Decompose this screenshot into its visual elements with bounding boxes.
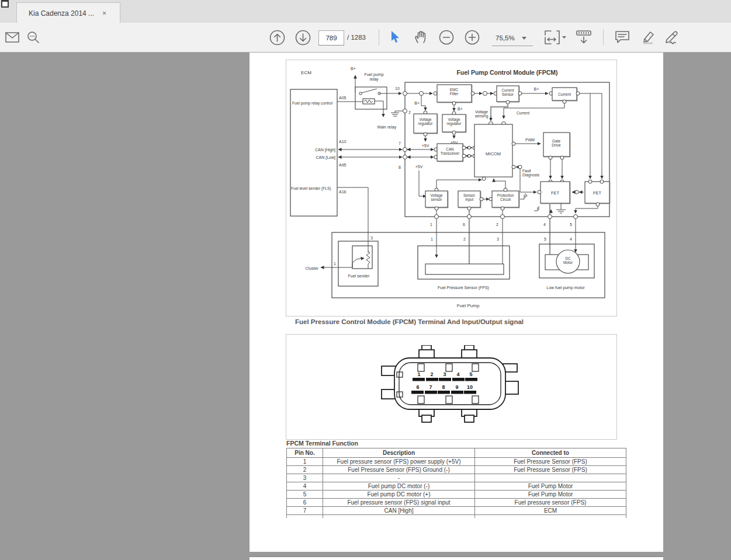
next-pdf-page bbox=[250, 556, 663, 560]
svg-text:2: 2 bbox=[496, 222, 498, 227]
zoom-level-dropdown[interactable]: 75,5% bbox=[492, 30, 533, 46]
col-pin-no: Pin No. bbox=[287, 448, 323, 458]
svg-text:Voltageregulator: Voltageregulator bbox=[447, 117, 462, 126]
diagram-title: Fuel Pump Control Module (FPCM) bbox=[456, 69, 557, 76]
svg-text:4: 4 bbox=[543, 222, 546, 227]
tab-close-icon[interactable]: × bbox=[102, 10, 106, 17]
svg-text:+5V: +5V bbox=[415, 165, 423, 169]
hand-tool-icon[interactable] bbox=[413, 23, 430, 52]
col-connected-to: Connected to bbox=[475, 448, 626, 458]
svg-text:A95: A95 bbox=[339, 163, 347, 167]
micom-block: MICOM bbox=[474, 124, 512, 177]
table-header-row: Pin No. Description Connected to bbox=[287, 448, 626, 458]
fit-width-icon[interactable] bbox=[543, 23, 567, 52]
emc-filter-block: EMCFilter bbox=[437, 85, 472, 102]
svg-text:7: 7 bbox=[399, 141, 401, 145]
svg-text:MICOM: MICOM bbox=[486, 151, 501, 156]
svg-text:+5V: +5V bbox=[422, 144, 429, 148]
svg-text:Cluster: Cluster bbox=[306, 266, 319, 270]
comment-icon[interactable] bbox=[614, 23, 631, 52]
svg-text:9: 9 bbox=[455, 384, 458, 390]
col-description: Description bbox=[323, 448, 475, 458]
toolbar: 789 / 1283 75,5% bbox=[0, 23, 731, 53]
fuel-pump-motor-block: DCMotor Low fuel pump motor bbox=[539, 244, 594, 290]
svg-text:2: 2 bbox=[430, 371, 433, 377]
svg-text:PWM: PWM bbox=[525, 138, 535, 142]
document-viewport[interactable]: Fuel Pump Control Module (FPCM) ECM Fuel… bbox=[0, 53, 731, 560]
window-icon bbox=[1, 0, 9, 8]
fps-block: Fuel Pressure Sensor (FPS) bbox=[418, 246, 510, 290]
table-row: 6Fuel pressure sensor (FPS) signal input… bbox=[287, 499, 626, 507]
fpcm-connector-figure: 1 2 3 4 5 6 7 8 9 10 bbox=[286, 334, 617, 440]
pdf-page: Fuel Pump Control Module (FPCM) ECM Fuel… bbox=[250, 53, 663, 552]
svg-text:ECM: ECM bbox=[301, 70, 311, 75]
sensing-lines: Voltagesensing Current bbox=[475, 100, 566, 126]
table-title: FPCM Terminal Function bbox=[286, 440, 358, 447]
svg-text:6: 6 bbox=[463, 222, 465, 227]
svg-text:Voltagesensor: Voltagesensor bbox=[430, 193, 443, 201]
fill-sign-icon[interactable] bbox=[663, 23, 683, 52]
table-row: 7CAN [High]ECM bbox=[287, 507, 626, 515]
voltage-regulator-1: Voltageregulator +5V bbox=[414, 111, 437, 148]
svg-text:Voltagesensing: Voltagesensing bbox=[475, 110, 489, 119]
email-icon[interactable] bbox=[5, 23, 20, 52]
svg-text:FET: FET bbox=[593, 190, 602, 196]
svg-text:1: 1 bbox=[430, 222, 432, 227]
page-down-icon[interactable] bbox=[295, 23, 311, 52]
fuel-pump-relay: B+ Fuel pumprelay Main relay bbox=[337, 67, 401, 130]
svg-text:3: 3 bbox=[497, 237, 499, 241]
svg-text:Current: Current bbox=[517, 111, 529, 115]
svg-text:6: 6 bbox=[416, 384, 419, 390]
svg-text:Fuel level sender (FLS): Fuel level sender (FLS) bbox=[291, 186, 331, 191]
svg-text:Voltageregulator: Voltageregulator bbox=[418, 117, 433, 126]
connector-body bbox=[394, 358, 505, 409]
page-number-input[interactable]: 789 bbox=[318, 30, 344, 46]
continuous-scroll-icon[interactable] bbox=[575, 23, 593, 52]
svg-text:Low fuel pump motor: Low fuel pump motor bbox=[546, 286, 585, 290]
svg-text:GateDrive: GateDrive bbox=[552, 139, 561, 147]
table-row: 2Fuel Pressure Sensor (FPS) Ground (-)Fu… bbox=[287, 466, 626, 474]
svg-text:Main relay: Main relay bbox=[377, 125, 397, 130]
tab-title: Kia Cadenza 2014 ... bbox=[29, 9, 94, 18]
svg-text:2: 2 bbox=[463, 237, 466, 241]
svg-text:1: 1 bbox=[417, 371, 420, 377]
svg-text:8: 8 bbox=[442, 384, 445, 390]
svg-text:SensorInput: SensorInput bbox=[463, 193, 475, 202]
svg-text:5: 5 bbox=[469, 371, 472, 377]
search-icon[interactable] bbox=[26, 23, 41, 52]
document-tab[interactable]: Kia Cadenza 2014 ... × bbox=[16, 2, 120, 23]
highlight-icon[interactable] bbox=[638, 23, 657, 52]
svg-text:Current: Current bbox=[558, 92, 571, 96]
svg-text:1: 1 bbox=[334, 262, 336, 266]
select-tool-icon[interactable] bbox=[389, 23, 402, 52]
fuel-sender-block: 3 1 Cluster Fuel sender bbox=[306, 187, 378, 286]
svg-text:Fuel pumprelay: Fuel pumprelay bbox=[364, 72, 383, 82]
svg-text:10: 10 bbox=[395, 86, 400, 91]
tab-bar: Kia Cadenza 2014 ... × bbox=[0, 0, 731, 23]
svg-text:Fuel sender: Fuel sender bbox=[348, 274, 370, 278]
page-up-icon[interactable] bbox=[269, 23, 285, 52]
svg-text:5: 5 bbox=[544, 237, 546, 241]
zoom-out-icon[interactable] bbox=[438, 23, 455, 52]
svg-text:3: 3 bbox=[443, 371, 446, 377]
svg-text:A16: A16 bbox=[339, 190, 347, 194]
svg-text:1: 1 bbox=[431, 237, 433, 241]
toolbar-divider bbox=[603, 29, 604, 46]
svg-text:3: 3 bbox=[370, 236, 373, 240]
svg-text:8: 8 bbox=[399, 165, 401, 169]
fet-blocks: FET FET bbox=[538, 180, 609, 213]
table-row: 3- bbox=[287, 474, 626, 482]
table-row: 1Fuel pressure sensor (FPS) power supply… bbox=[287, 458, 626, 466]
fault-diagnosis: FaultDiagnosis bbox=[512, 165, 540, 192]
svg-text:Fuel Pump: Fuel Pump bbox=[457, 303, 480, 308]
table-row-cutoff bbox=[287, 515, 626, 519]
svg-text:CurrentSensor: CurrentSensor bbox=[502, 88, 514, 96]
svg-text:2: 2 bbox=[408, 110, 411, 114]
svg-text:B+: B+ bbox=[458, 107, 463, 111]
svg-text:A10: A10 bbox=[339, 140, 347, 144]
voltage-regulator-2: Voltageregulator +5V bbox=[442, 112, 466, 145]
svg-text:4: 4 bbox=[570, 237, 572, 241]
fpcm-circuit-figure: Fuel Pump Control Module (FPCM) ECM Fuel… bbox=[286, 60, 617, 316]
svg-text:4: 4 bbox=[456, 371, 459, 377]
zoom-in-icon[interactable] bbox=[464, 23, 480, 52]
